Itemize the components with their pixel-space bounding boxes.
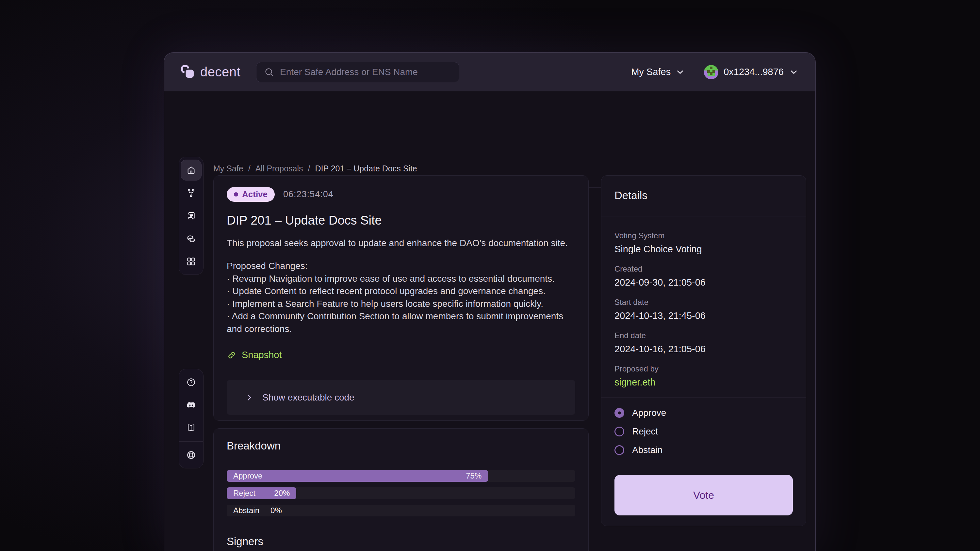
field-label: End date (614, 331, 793, 340)
change-item: · Implement a Search Feature to help use… (227, 298, 575, 310)
proposer-link[interactable]: signer.eth (614, 376, 793, 388)
bar-percent: 75% (466, 472, 482, 481)
vote-option-label: Approve (632, 408, 666, 418)
question-icon (186, 377, 196, 387)
breadcrumb-current: DIP 201 – Update Docs Site (315, 164, 417, 173)
decent-logo[interactable]: decent (181, 65, 240, 79)
globe-icon (186, 450, 196, 460)
wallet-account-menu[interactable]: 0x1234...9876 (704, 65, 799, 79)
link-icon (227, 350, 237, 360)
snapshot-label: Snapshot (242, 349, 282, 360)
breakdown-heading: Breakdown (227, 440, 575, 452)
proposal-changes: Proposed Changes: · Revamp Navigation to… (227, 260, 575, 335)
bar-percent: 20% (274, 489, 290, 498)
avatar (704, 65, 718, 79)
app-window: decent My Safes (164, 52, 816, 551)
bar-fill: Reject 20% (227, 487, 296, 499)
radio-abstain[interactable] (614, 445, 624, 455)
vote-button[interactable]: Vote (614, 475, 793, 515)
sidebar-item-apps[interactable] (180, 250, 202, 273)
countdown-timer: 06:23:54:04 (283, 189, 334, 199)
sidebar-item-home[interactable] (181, 160, 202, 181)
breakdown-card: Breakdown Approve 75% Reject 20% Abstain… (213, 428, 589, 551)
field-value: Single Choice Voting (614, 243, 793, 255)
field-start-date: Start date 2024-10-13, 21:45-06 (614, 297, 793, 322)
discord-icon-item[interactable] (180, 394, 202, 416)
field-created: Created 2024-09-30, 21:05-06 (614, 264, 793, 288)
home-icon (186, 165, 196, 175)
vote-breakdown-bars: Approve 75% Reject 20% Abstain 0% (227, 470, 575, 516)
vote-options: Approve Reject Abstain Vote (601, 398, 806, 515)
bar-fill: Abstain 0% (227, 505, 288, 516)
sidebar-item-docs[interactable] (180, 416, 202, 439)
decent-logo-text: decent (200, 65, 240, 79)
breakdown-bar-reject: Reject 20% (227, 487, 575, 499)
proposal-card: Active 06:23:54:04 DIP 201 – Update Docs… (213, 175, 589, 421)
hierarchy-icon (186, 188, 196, 198)
bar-label: Reject (233, 489, 255, 498)
chevron-down-icon (789, 67, 799, 77)
field-value: 2024-10-16, 21:05-06 (614, 343, 793, 355)
coins-icon (186, 234, 196, 243)
vote-option-approve[interactable]: Approve (614, 408, 793, 418)
breadcrumb: My Safe / All Proposals / DIP 201 – Upda… (213, 164, 417, 173)
changes-heading: Proposed Changes: (227, 260, 575, 273)
breadcrumb-separator: / (308, 164, 310, 173)
decent-logo-icon (181, 65, 196, 79)
signers-heading: Signers (227, 535, 575, 548)
sidebar-item-hierarchy[interactable] (180, 181, 202, 204)
breakdown-bar-abstain: Abstain 0% (227, 505, 575, 516)
field-proposed-by: Proposed by signer.eth (614, 364, 793, 388)
my-safes-menu[interactable]: My Safes (631, 67, 685, 77)
details-heading: Details (614, 189, 793, 202)
bar-label: Abstain (233, 506, 259, 515)
vote-option-label: Abstain (632, 445, 662, 455)
sidebar-item-language[interactable] (180, 444, 202, 467)
field-label: Start date (614, 297, 793, 307)
discord-icon (186, 400, 196, 410)
wallet-address: 0x1234...9876 (724, 67, 784, 77)
details-fields: Voting System Single Choice Voting Creat… (601, 216, 806, 388)
sidebar-item-treasury[interactable] (180, 227, 202, 250)
search-input[interactable] (280, 67, 452, 77)
radio-reject[interactable] (614, 427, 624, 437)
sidebar-item-proposals[interactable] (180, 204, 202, 227)
top-header: decent My Safes (164, 53, 815, 91)
bar-label: Approve (233, 472, 262, 481)
bar-fill: Approve 75% (227, 470, 488, 482)
field-label: Voting System (614, 231, 793, 241)
vote-option-label: Reject (632, 426, 658, 437)
show-code-label: Show executable code (262, 392, 355, 403)
vote-option-abstain[interactable]: Abstain (614, 445, 793, 455)
snapshot-link[interactable]: Snapshot (227, 349, 282, 360)
field-voting-system: Voting System Single Choice Voting (614, 231, 793, 255)
breadcrumb-separator: / (248, 164, 251, 173)
field-label: Created (614, 264, 793, 274)
show-executable-code-toggle[interactable]: Show executable code (227, 380, 575, 415)
change-item: · Revamp Navigation to improve ease of u… (227, 273, 575, 285)
field-value: 2024-10-13, 21:45-06 (614, 310, 793, 322)
chevron-down-icon (675, 67, 685, 77)
change-item: · Update Content to reflect recent proto… (227, 285, 575, 298)
chevron-right-icon (245, 393, 254, 402)
status-label: Active (242, 189, 267, 199)
radio-approve[interactable] (614, 408, 624, 418)
search-icon (264, 67, 275, 78)
field-value: 2024-09-30, 21:05-06 (614, 276, 793, 288)
breakdown-bar-approve: Approve 75% (227, 470, 575, 482)
sidebar-item-support[interactable] (180, 371, 202, 394)
status-dot-icon (234, 192, 238, 197)
bar-percent: 0% (270, 506, 282, 515)
breadcrumb-my-safe[interactable]: My Safe (213, 164, 243, 173)
my-safes-label: My Safes (631, 67, 671, 77)
sidebar-nav (179, 157, 204, 275)
vote-option-reject[interactable]: Reject (614, 427, 793, 437)
scroll-icon (186, 211, 196, 221)
status-badge: Active (227, 187, 275, 202)
proposal-title: DIP 201 – Update Docs Site (227, 213, 575, 228)
breadcrumb-all-proposals[interactable]: All Proposals (255, 164, 303, 173)
proposal-description: This proposal seeks approval to update a… (227, 237, 575, 249)
safe-search-box[interactable] (256, 62, 459, 82)
grid-icon (186, 257, 196, 266)
details-panel: Details Voting System Single Choice Voti… (601, 175, 806, 526)
